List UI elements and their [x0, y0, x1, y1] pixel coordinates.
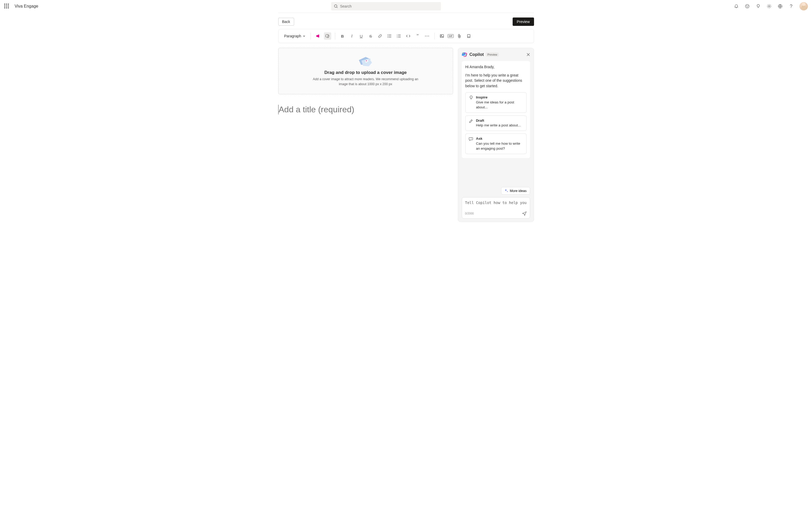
- code-icon: [406, 34, 410, 38]
- svg-rect-19: [398, 37, 401, 37]
- svg-text:?: ?: [471, 138, 472, 139]
- announcement-button[interactable]: [314, 32, 322, 40]
- dropzone-title: Drag and drop to upload a cover image: [284, 70, 448, 75]
- overflow-button[interactable]: [423, 32, 431, 40]
- copilot-title: Copilot: [470, 52, 484, 57]
- paperclip-icon: [457, 34, 461, 38]
- suggestion-inspire-title: Inspire: [476, 95, 487, 99]
- svg-point-3: [747, 5, 747, 6]
- bell-icon[interactable]: [734, 4, 739, 9]
- waffle-icon[interactable]: [4, 4, 9, 9]
- search-input[interactable]: [340, 4, 438, 8]
- copilot-badge: Preview: [486, 52, 499, 57]
- numbered-list-button[interactable]: 123: [395, 32, 402, 40]
- gif-button[interactable]: GIF: [448, 34, 454, 38]
- upload-illustration-icon: [358, 55, 373, 68]
- svg-rect-25: [468, 34, 470, 37]
- send-button[interactable]: [522, 211, 527, 216]
- strikethrough-button[interactable]: S: [367, 32, 374, 40]
- link-icon: [378, 34, 382, 38]
- italic-button[interactable]: I: [348, 32, 356, 40]
- suggestion-ask-title: Ask: [476, 137, 483, 140]
- svg-rect-23: [440, 35, 444, 37]
- svg-point-24: [441, 35, 441, 36]
- action-row: Back Preview: [278, 16, 534, 29]
- lightbulb-icon[interactable]: [756, 4, 761, 9]
- paragraph-style-dropdown[interactable]: Paragraph: [283, 33, 307, 39]
- copilot-panel: Copilot Preview Hi Amanda Brady, I'm her…: [458, 48, 534, 222]
- svg-point-6: [768, 5, 770, 7]
- emoji-icon[interactable]: [745, 4, 750, 9]
- suggestion-inspire[interactable]: Inspire Give me ideas for a post about..…: [466, 92, 527, 113]
- chat-icon: ?: [469, 137, 474, 141]
- copilot-greeting: Hi Amanda Brady,: [466, 65, 527, 69]
- help-icon[interactable]: ?: [788, 4, 794, 9]
- editor-toolbar: Paragraph B I U S 123 ”: [278, 29, 534, 43]
- svg-line-1: [337, 7, 337, 8]
- suggestion-draft[interactable]: Draft Help me write a post about...: [466, 115, 527, 131]
- suggestion-draft-desc: Help me write a post about...: [476, 123, 521, 127]
- svg-rect-13: [389, 37, 391, 37]
- numbered-list-icon: 123: [397, 34, 401, 38]
- svg-point-9: [388, 36, 388, 36]
- bold-button[interactable]: B: [339, 32, 346, 40]
- preview-button[interactable]: Preview: [513, 18, 534, 26]
- sparkle-icon: [505, 189, 508, 193]
- image-icon: [440, 34, 444, 38]
- svg-point-0: [334, 5, 337, 7]
- char-count: 0/2000: [465, 212, 474, 215]
- avatar[interactable]: [800, 2, 808, 10]
- overflow-icon: [425, 35, 429, 36]
- back-button[interactable]: Back: [278, 18, 294, 26]
- app-header: Viva Engage ?: [0, 0, 812, 12]
- suggestion-ask[interactable]: ? Ask Can you tell me how to write an en…: [466, 133, 527, 154]
- copilot-toggle-button[interactable]: [324, 32, 331, 40]
- svg-rect-18: [398, 36, 401, 36]
- link-button[interactable]: [376, 32, 384, 40]
- book-icon: [467, 34, 471, 38]
- book-button[interactable]: [465, 32, 472, 40]
- close-icon[interactable]: [527, 53, 530, 56]
- svg-point-10: [388, 37, 388, 37]
- title-input[interactable]: [278, 105, 453, 114]
- search-icon: [334, 4, 338, 8]
- brand-label: Viva Engage: [15, 4, 38, 9]
- search-box[interactable]: [331, 2, 441, 10]
- paragraph-label: Paragraph: [284, 34, 301, 38]
- copilot-input[interactable]: [465, 201, 527, 206]
- svg-rect-17: [398, 34, 401, 35]
- copilot-input-box: 0/2000: [462, 197, 530, 218]
- svg-rect-11: [389, 34, 391, 35]
- copilot-icon: [325, 34, 330, 38]
- bullet-list-button[interactable]: [386, 32, 393, 40]
- chevron-down-icon: [303, 35, 305, 37]
- underline-button[interactable]: U: [358, 32, 365, 40]
- globe-icon[interactable]: [778, 4, 783, 9]
- code-button[interactable]: [404, 32, 412, 40]
- send-icon: [522, 211, 527, 216]
- svg-point-21: [427, 36, 427, 36]
- more-ideas-label: More ideas: [510, 189, 527, 193]
- quote-button[interactable]: ”: [414, 32, 421, 40]
- header-icons: ?: [734, 2, 808, 10]
- more-ideas-button[interactable]: More ideas: [501, 187, 530, 194]
- lightbulb-icon: [469, 95, 474, 100]
- dropzone-subtitle: Add a cover image to attract more reader…: [311, 77, 420, 87]
- suggestion-draft-title: Draft: [476, 119, 484, 123]
- cover-dropzone[interactable]: Drag and drop to upload a cover image Ad…: [278, 48, 453, 94]
- megaphone-icon: [316, 34, 320, 38]
- image-button[interactable]: [438, 32, 446, 40]
- svg-point-20: [425, 36, 426, 36]
- svg-text:3: 3: [397, 36, 397, 38]
- search-wrap: [43, 2, 728, 10]
- pencil-icon: [469, 119, 474, 123]
- svg-point-2: [746, 4, 749, 8]
- svg-point-8: [388, 34, 388, 35]
- gear-icon[interactable]: [766, 4, 772, 9]
- suggestion-inspire-desc: Give me ideas for a post about...: [476, 100, 514, 109]
- svg-point-22: [428, 36, 429, 36]
- svg-rect-12: [389, 36, 391, 36]
- bullet-list-icon: [387, 34, 392, 38]
- attachment-button[interactable]: [456, 32, 463, 40]
- suggestion-ask-desc: Can you tell me how to write an engaging…: [476, 141, 521, 151]
